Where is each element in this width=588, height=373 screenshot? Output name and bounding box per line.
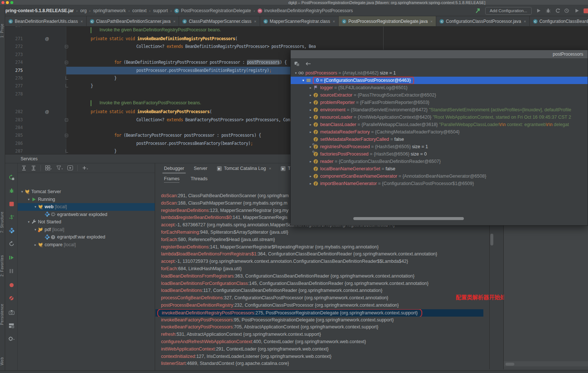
tree-chevron-icon[interactable]: ▾	[301, 77, 305, 84]
service-tree-row[interactable]: ▾Running	[18, 196, 155, 203]
fold-end-marker[interactable]	[66, 149, 68, 153]
code-line[interactable]: 271@private static void invokeBeanDefini…	[5, 35, 588, 43]
stop-service-icon[interactable]	[8, 200, 15, 208]
tree-chevron-icon[interactable]: ▾	[33, 228, 38, 231]
variable-row[interactable]: ▸fsourceExtractor = {PassThroughSourceEx…	[291, 91, 588, 99]
run-anything-icon[interactable]	[574, 8, 580, 14]
variable-row[interactable]: ▾postProcessors = {ArrayList@6462} size …	[291, 69, 588, 77]
debugger-subtab[interactable]: Frames	[164, 174, 179, 184]
tree-chevron-icon[interactable]: ▾	[27, 198, 31, 201]
service-tree-row[interactable]: ▾web [local]	[18, 203, 155, 211]
stack-frame-row[interactable]: lambda$loadBeanDefinitionsFromRegistrars…	[155, 251, 483, 258]
tool-window-stripe-button[interactable]: Persistence	[0, 304, 5, 325]
fold-end-marker[interactable]	[66, 84, 68, 87]
new-frame-icon[interactable]	[67, 165, 73, 170]
editor-tab[interactable]: CPostProcessorRegistrationDelegate.java×	[339, 16, 436, 27]
close-window-button[interactable]	[1, 1, 4, 4]
close-tab-icon[interactable]: ×	[333, 19, 335, 24]
stack-frame-row[interactable]: loadBeanDefinitionsFromRegistrars:363, C…	[155, 273, 483, 280]
breadcrumb-item[interactable]: ›minvokeBeanDefinitionRegistryPostProces…	[251, 8, 353, 13]
close-tab-icon[interactable]: ×	[80, 19, 83, 24]
stack-frame-row[interactable]: forEach:684, LinkedHashMap {java.util}	[155, 265, 483, 273]
breakpoint-dot-icon[interactable]	[8, 281, 15, 289]
tool-window-stripe-button[interactable]: Web	[0, 357, 5, 365]
variable-row[interactable]: ▸fresourceLoader = {XmlWebApplicationCon…	[291, 114, 588, 121]
tool-window-stripe-button[interactable]: 1: Proje	[0, 24, 5, 38]
fold-marker[interactable]	[65, 118, 68, 122]
service-tree-row[interactable]: ▾Not Started	[18, 218, 155, 226]
tool-window-stripe-button[interactable]: 2: Favorites	[0, 255, 5, 276]
breadcrumb-item[interactable]: ›context	[126, 8, 146, 13]
service-tree-row[interactable]: egrantweb:war exploded	[18, 211, 155, 219]
stack-frame-row[interactable]: loadBeanDefinitions:117, ConfigurationCl…	[155, 287, 483, 294]
variable-row[interactable]: ▸freader = {ConfigurationClassBeanDefini…	[291, 158, 588, 165]
mute-breakpoints-icon[interactable]	[8, 294, 15, 302]
tree-chevron-icon[interactable]: ▾	[20, 190, 24, 194]
variable-row[interactable]: flocalBeanNameGeneratorSet = false	[291, 165, 588, 172]
service-tree-row[interactable]: ?egrantpdf:war exploded	[18, 233, 155, 241]
stack-frame-row[interactable]: listenerStart:4689, StandardContext {org…	[155, 360, 483, 367]
variable-row[interactable]: ▸fenvironment = {StandardServletEnvironm…	[291, 106, 588, 114]
coverage-icon[interactable]	[555, 8, 560, 14]
stack-frame-row[interactable]: contextInitialized:127, IrisContextLoade…	[155, 353, 483, 360]
fold-marker[interactable]	[65, 45, 68, 48]
debugger-tab[interactable]: ▶Tomcat Catalina Log×	[217, 163, 271, 174]
stack-frame-row[interactable]: processConfigBeanDefinitions:327, Config…	[155, 294, 483, 302]
tree-chevron-icon[interactable]: ▸	[308, 106, 313, 114]
group-by-icon[interactable]	[45, 165, 52, 170]
fold-marker[interactable]	[65, 61, 68, 64]
variable-row[interactable]: ffactoriesPostProcessed = {HashSet@6506}…	[291, 150, 588, 158]
add-configuration-button[interactable]: Add Configuration...	[485, 7, 532, 15]
expand-all-icon[interactable]	[21, 165, 27, 171]
editor-tab[interactable]: CConfigurationClassBeanDefinitionReader.…	[530, 16, 588, 27]
editor-tab[interactable]: CClassPathBeanDefinitionScanner.java×	[87, 16, 179, 27]
services-diamonds-icon[interactable]	[8, 227, 15, 234]
stack-frame-row[interactable]: registerBeanDefinitions:141, MapperScann…	[155, 244, 483, 251]
variable-row[interactable]: ▸fimportBeanNameGenerator = {Configurati…	[291, 180, 588, 187]
stop-icon[interactable]	[584, 8, 588, 13]
back-arrow-icon[interactable]	[305, 62, 311, 66]
run-icon[interactable]	[536, 8, 541, 14]
close-tab-icon[interactable]: ×	[430, 19, 433, 24]
stack-frame-row[interactable]: configureAndRefreshWebApplicationContext…	[155, 338, 483, 346]
camera-icon[interactable]	[8, 308, 15, 316]
tree-chevron-icon[interactable]: ▾	[33, 205, 38, 209]
breadcrumb-item[interactable]: spring-context-5.1.8.RELEASE.jar	[3, 8, 74, 13]
tool-window-stripe-button[interactable]: 7: Structure	[0, 212, 5, 233]
popup-hscrollbar-thumb[interactable]	[353, 217, 464, 220]
add-service-icon[interactable]	[82, 165, 88, 170]
tree-chevron-icon[interactable]: ▸	[308, 172, 313, 180]
tree-chevron-icon[interactable]: ▸	[308, 180, 313, 187]
tree-chevron-icon[interactable]: ▸	[33, 243, 38, 247]
tree-chevron-icon[interactable]: ▸	[308, 158, 313, 165]
minimize-window-button[interactable]	[6, 1, 9, 4]
breadcrumb-item[interactable]: ›CPostProcessorRegistrationDelegate	[168, 8, 251, 13]
tree-chevron-icon[interactable]: ▸	[308, 114, 313, 121]
fold-marker[interactable]	[65, 134, 68, 137]
breadcrumb-item[interactable]: ›support	[147, 8, 168, 13]
profiler-icon[interactable]	[564, 8, 570, 14]
stack-frame-row[interactable]: invokeBeanFactoryPostProcessors:705, Abs…	[155, 324, 483, 331]
tree-chevron-icon[interactable]: ▸	[308, 91, 313, 99]
pause-icon[interactable]	[8, 267, 15, 275]
service-tree-row[interactable]: ▾Tomcat Server	[18, 188, 155, 196]
filter-icon[interactable]	[56, 165, 63, 170]
close-tab-icon[interactable]: ×	[173, 19, 175, 24]
variable-row[interactable]: ▸fregistriesPostProcessed = {HashSet@650…	[291, 143, 588, 150]
stack-frame-row[interactable]: initWebApplicationContext:291, ContextLo…	[155, 346, 483, 353]
debug-icon[interactable]	[545, 8, 551, 14]
layout-icon[interactable]	[8, 322, 15, 329]
variable-row[interactable]: ▸fmetadataReaderFactory = {CachingMetada…	[291, 128, 588, 136]
deploy-arrows-icon[interactable]	[8, 213, 15, 221]
breadcrumb-item[interactable]: ›org	[74, 8, 87, 13]
rerun-debug-icon[interactable]	[8, 187, 15, 194]
maximize-window-button[interactable]	[10, 1, 13, 4]
stack-frame-row[interactable]: forEachRemaining:948, Spliterators$Array…	[155, 229, 483, 236]
horizontal-scrollbar-thumb[interactable]	[505, 363, 514, 366]
stack-frame-row[interactable]: invokeBeanDefinitionRegistryPostProcesso…	[155, 309, 483, 317]
forward-arrow-icon[interactable]	[316, 62, 322, 66]
stack-frame-row[interactable]: postProcessBeanDefinitionRegistry:232, C…	[155, 302, 483, 309]
service-tree-row[interactable]: ▸compare [local]	[18, 241, 155, 249]
tree-chevron-icon[interactable]: ▸	[308, 121, 313, 128]
variable-row[interactable]: ▸fbeanClassLoader = {ParallelWebappClass…	[291, 121, 588, 128]
